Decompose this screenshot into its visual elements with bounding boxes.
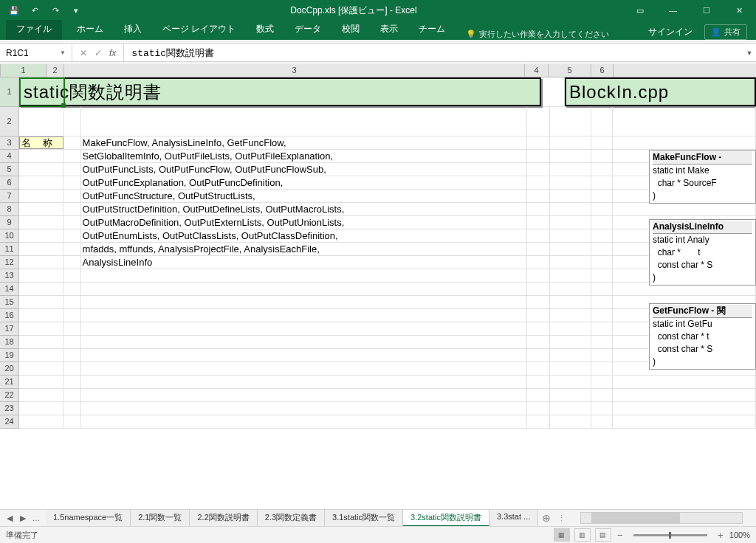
view-pagebreak-icon[interactable]: ▤ <box>595 528 611 542</box>
tab-insert[interactable]: 挿入 <box>114 20 152 40</box>
row-header[interactable]: 8 <box>0 203 18 216</box>
sheet-nav-next-icon[interactable]: ▶ <box>18 513 28 523</box>
cell[interactable] <box>19 203 63 215</box>
row-header[interactable]: 17 <box>0 322 18 336</box>
row-header[interactable]: 24 <box>0 415 18 429</box>
sheet-nav-prev-icon[interactable]: ◀ <box>4 513 15 523</box>
row-header[interactable]: 4 <box>0 150 18 163</box>
row-header[interactable]: 23 <box>0 402 18 415</box>
row-header[interactable]: 18 <box>0 336 18 349</box>
func-text-cell[interactable]: OutPutFuncExplanation, OutPutFuncDefinit… <box>81 176 527 189</box>
doc-title-cell[interactable]: static関数説明書 <box>19 77 541 106</box>
cell[interactable] <box>19 216 63 229</box>
formula-expand-icon[interactable]: ▼ <box>743 49 756 57</box>
tab-formulas[interactable]: 数式 <box>246 20 284 40</box>
row-header[interactable]: 1 <box>0 77 18 107</box>
name-box[interactable]: R1C1 ▼ <box>0 44 72 61</box>
cell[interactable] <box>63 216 80 229</box>
row-header[interactable]: 12 <box>0 256 18 269</box>
qat-customize-icon[interactable]: ▾ <box>68 2 84 18</box>
sheet-tab[interactable]: 2.2関数説明書 <box>190 510 257 527</box>
code-block[interactable]: AnalysisLineInfostatic int Analy char * … <box>649 219 756 286</box>
save-icon[interactable]: 💾 <box>6 2 22 18</box>
sheet-tab[interactable]: 2.3関数定義書 <box>258 510 325 527</box>
tab-home[interactable]: ホーム <box>66 20 114 40</box>
share-button[interactable]: 👤 共有 <box>704 24 747 40</box>
cell[interactable] <box>63 176 80 189</box>
sheet-tab[interactable]: 3.1static関数一覧 <box>325 510 403 527</box>
cell[interactable] <box>63 256 80 269</box>
horizontal-scrollbar[interactable] <box>580 512 743 524</box>
cell[interactable] <box>19 150 63 162</box>
cell[interactable] <box>63 229 80 242</box>
cell[interactable] <box>63 203 80 215</box>
func-text-cell[interactable]: OutPutEnumLists, OutPutClassLists, OutPu… <box>81 229 527 242</box>
code-block[interactable]: MakeFuncFlow - static int Make char * So… <box>649 150 756 204</box>
row-header[interactable]: 6 <box>0 176 18 190</box>
undo-icon[interactable]: ↶ <box>27 2 43 18</box>
view-layout-icon[interactable]: ▥ <box>574 528 591 542</box>
col-header[interactable]: 1 <box>1 64 47 77</box>
cell[interactable] <box>19 176 63 189</box>
row-header[interactable]: 16 <box>0 309 18 322</box>
row-header[interactable]: 21 <box>0 376 18 389</box>
cell[interactable] <box>63 243 80 255</box>
row-header[interactable]: 9 <box>0 216 18 229</box>
enter-icon[interactable]: ✓ <box>94 48 102 58</box>
tab-review[interactable]: 校閲 <box>331 20 370 40</box>
func-text-cell[interactable]: mfadds, mffunds, AnalysisProjectFile, An… <box>81 243 527 255</box>
func-text-cell[interactable]: OutPutMacroDefinition, OutPutExternLists… <box>81 216 527 229</box>
func-text-cell[interactable]: OutPutFuncStructure, OutPutStructLists, <box>81 190 527 202</box>
row-header[interactable]: 14 <box>0 283 18 296</box>
cell[interactable] <box>63 190 80 202</box>
cancel-icon[interactable]: ✕ <box>80 48 87 58</box>
cell[interactable] <box>19 243 63 255</box>
redo-icon[interactable]: ↷ <box>47 2 63 18</box>
cell[interactable] <box>19 256 63 269</box>
view-normal-icon[interactable]: ▦ <box>554 528 570 542</box>
row-header[interactable]: 15 <box>0 296 18 309</box>
row-header[interactable]: 5 <box>0 163 18 176</box>
func-text-cell[interactable]: OutPutFuncLists, OutPutFuncFlow, OutPutF… <box>81 163 527 176</box>
row-header[interactable]: 7 <box>0 190 18 203</box>
name-label-cell[interactable]: 名 称 <box>19 136 63 149</box>
sheet-tab[interactable]: 2.1関数一覧 <box>131 510 190 527</box>
row-header[interactable]: 10 <box>0 229 18 243</box>
col-header[interactable]: 5 <box>549 64 591 77</box>
sheet-tab[interactable]: 3.2static関数説明書 <box>403 510 489 527</box>
cell[interactable] <box>63 163 80 176</box>
tab-data[interactable]: データ <box>284 20 331 40</box>
cells-area[interactable]: static関数説明書 BlockIn.cpp 名 称MakeFuncFlow,… <box>19 77 756 500</box>
tell-me-box[interactable]: 💡 実行したい作業を入力してください <box>466 29 609 40</box>
col-header[interactable]: 6 <box>591 64 614 77</box>
func-text-cell[interactable]: AnalysisLineInfo <box>81 256 527 269</box>
cell[interactable] <box>63 150 80 162</box>
maximize-icon[interactable]: ☐ <box>690 0 723 21</box>
row-header[interactable]: 3 <box>0 136 18 150</box>
filename-title-cell[interactable]: BlockIn.cpp <box>565 77 756 106</box>
zoom-level[interactable]: 100% <box>729 530 750 539</box>
row-header[interactable]: 20 <box>0 362 18 376</box>
code-block[interactable]: GetFuncFlow - 関static int GetFu const ch… <box>649 303 756 370</box>
cell[interactable] <box>19 229 63 242</box>
ribbon-options-icon[interactable]: ▭ <box>623 0 656 21</box>
row-header[interactable]: 22 <box>0 389 18 402</box>
cell[interactable] <box>19 190 63 202</box>
sheet-menu-icon[interactable]: ⋮ <box>557 513 566 523</box>
col-header[interactable]: 2 <box>47 64 64 77</box>
func-text-cell[interactable]: MakeFuncFlow, AnalysisLineInfo, GetFuncF… <box>81 136 527 149</box>
row-header[interactable]: 11 <box>0 243 18 256</box>
func-text-cell[interactable]: OutPutStructDefinition, OutPutDefineList… <box>81 203 527 215</box>
row-header[interactable]: 13 <box>0 269 18 283</box>
zoom-slider[interactable] <box>633 534 707 536</box>
sheet-tab[interactable]: 1.5namespace一覧 <box>46 510 131 527</box>
worksheet-grid[interactable]: 123456 123456789101112131415161718192021… <box>0 62 756 500</box>
close-icon[interactable]: ✕ <box>723 0 756 21</box>
chevron-down-icon[interactable]: ▼ <box>60 49 66 56</box>
formula-input[interactable]: static関数説明書 <box>124 46 743 60</box>
tab-layout[interactable]: ページ レイアウト <box>152 20 246 40</box>
row-header[interactable]: 19 <box>0 349 18 362</box>
tab-view[interactable]: 表示 <box>370 20 408 40</box>
minimize-icon[interactable]: — <box>656 0 690 21</box>
fx-icon[interactable]: fx <box>109 48 116 58</box>
